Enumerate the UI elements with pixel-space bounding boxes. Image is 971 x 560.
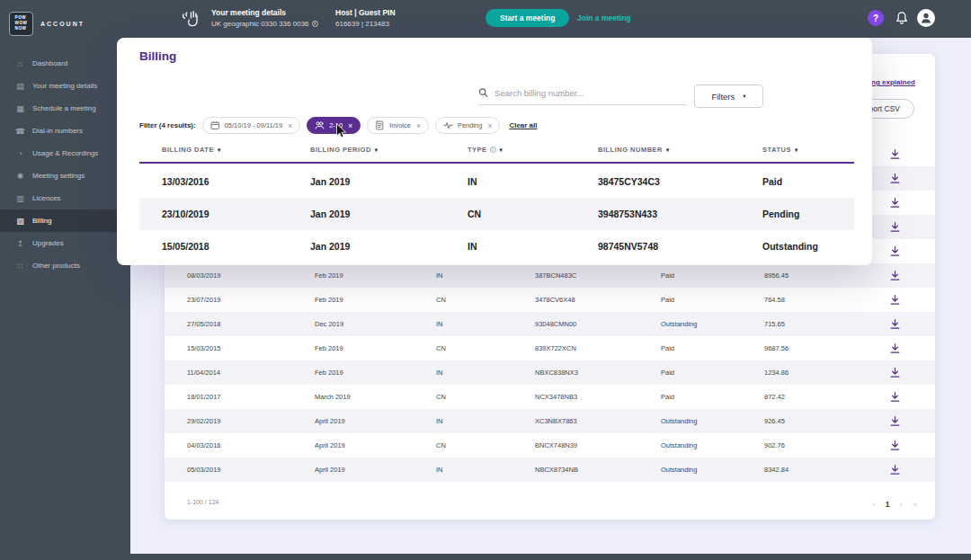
cell-billing-date: 05/03/2019 [187, 466, 315, 474]
cell-billing-number: NBCX8734NB [535, 466, 661, 474]
filter-chip-invoice[interactable]: Invoice × [367, 117, 429, 134]
cell-billing-period: Dec 2019 [315, 320, 436, 328]
cell-billing-date: 23/07/2019 [187, 296, 315, 304]
join-meeting-link[interactable]: Join a meeting [577, 13, 631, 22]
cell-billing-number: XC3NBX7863 [535, 417, 661, 425]
person-icon [919, 11, 933, 25]
cell-billing-number: NBXC838NX3 [535, 369, 661, 377]
column-header-type[interactable]: TYPEi▾ [468, 146, 598, 154]
cell-billing-date: 23/10/2019 [162, 209, 310, 219]
table-row: 11/04/2014Feb 2019INNBXC838NX3Paid1234.8… [165, 360, 935, 385]
download-icon[interactable] [889, 197, 901, 209]
last-page-button[interactable]: » [913, 499, 917, 509]
cell-amount: 764.58 [764, 296, 854, 304]
download-icon[interactable] [889, 245, 901, 257]
usage-icon: ◔ [15, 149, 25, 158]
sidebar-item-upgrades[interactable]: ↥Upgrades [0, 232, 130, 254]
clear-all-link[interactable]: Clear all [509, 121, 537, 129]
download-icon[interactable] [889, 294, 901, 306]
column-header-billing-date[interactable]: BILLING DATE▾ [162, 146, 310, 154]
cell-billing-number: BNCX748N39 [535, 441, 661, 449]
help-icon[interactable]: ? [868, 10, 884, 26]
info-icon[interactable]: i [490, 147, 496, 153]
sidebar-item-label: Usage & Recordings [32, 149, 98, 157]
download-icon[interactable] [889, 440, 901, 451]
cell-billing-date: 11/04/2014 [187, 369, 315, 377]
download-icon[interactable] [889, 464, 901, 476]
sidebar-item-billing[interactable]: ▧Billing [0, 209, 130, 232]
dashboard-icon: ⌂ [15, 59, 25, 68]
close-icon[interactable]: × [487, 121, 492, 130]
column-header-billing-period[interactable]: BILLING PERIOD▾ [310, 146, 468, 154]
column-header-status[interactable]: STATUS▾ [762, 146, 854, 154]
cell-status: Paid [661, 393, 764, 401]
download-icon[interactable] [889, 342, 901, 354]
download-icon[interactable] [889, 221, 901, 233]
column-label: BILLING DATE [162, 146, 214, 154]
prev-page-button[interactable]: ‹ [873, 499, 876, 509]
sidebar-item-dashboard[interactable]: ⌂Dashboard [0, 52, 130, 75]
filter-chip-pending[interactable]: Pending × [435, 117, 501, 134]
download-icon[interactable] [889, 270, 901, 281]
cell-billing-number: 38475CY34C3 [598, 176, 762, 187]
cell-status: Outstanding [661, 320, 764, 328]
topbar: Your meeting details UK geographic 0330 … [130, 0, 971, 38]
info-icon[interactable]: i [312, 21, 318, 27]
download-icon[interactable] [889, 415, 901, 427]
cell-status: Paid [661, 271, 764, 280]
pagination-range: 1-100 / 124 [187, 499, 218, 505]
filters-button[interactable]: Filters ▾ [694, 84, 763, 108]
sidebar-item-meeting-details[interactable]: ▤Your meeting details [0, 75, 130, 97]
sidebar-item-usage-recordings[interactable]: ◔Usage & Recordings [0, 142, 130, 164]
filter-chip-date-range[interactable]: 05/10/19 - 09/11/19 × [202, 117, 300, 134]
close-icon[interactable]: × [348, 121, 352, 130]
cell-billing-period: April 2019 [315, 466, 436, 474]
cell-billing-period: Feb 2019 [315, 369, 436, 377]
sidebar-item-dialin-numbers[interactable]: ☎Dial-in numbers [0, 120, 130, 142]
start-meeting-button[interactable]: Start a meeting [486, 9, 569, 27]
powwownow-logo: POW WOW NOW [9, 12, 33, 36]
sidebar-item-label: Dial-in numbers [32, 127, 83, 135]
people-icon [315, 120, 325, 130]
download-icon[interactable] [889, 148, 901, 160]
close-icon[interactable]: × [288, 121, 292, 130]
sidebar-item-other-products[interactable]: ∷Other products [0, 254, 130, 277]
search-input[interactable] [494, 88, 687, 98]
close-icon[interactable]: × [416, 121, 421, 130]
cell-amount: 715.65 [764, 320, 854, 328]
sidebar-item-schedule-meeting[interactable]: ▦Schedule a meeting [0, 97, 130, 120]
cell-billing-period: Feb 2019 [315, 271, 436, 280]
wave-hand-icon [182, 9, 201, 29]
current-page[interactable]: 1 [886, 500, 890, 509]
bell-icon[interactable] [894, 10, 910, 26]
sort-chevron-icon: ▾ [795, 147, 798, 153]
pin-summary: Host | Guest PIN 616639 | 213483 [335, 8, 396, 28]
download-icon[interactable] [889, 367, 901, 378]
cell-billing-number: 387BCN483C [535, 271, 661, 280]
brand: POW WOW NOW ACCOUNT [0, 0, 130, 40]
download-icon[interactable] [889, 318, 901, 330]
cell-type: CN [436, 344, 535, 352]
sort-chevron-icon: ▾ [375, 147, 379, 153]
sidebar: POW WOW NOW ACCOUNT ⌂Dashboard ▤Your mee… [0, 0, 130, 560]
table-row: 05/03/2019April 2019INNBCX8734NBOutstand… [165, 458, 935, 482]
next-page-button[interactable]: › [900, 499, 903, 509]
sort-chevron-icon: ▾ [218, 147, 221, 153]
sidebar-item-licences[interactable]: ▥Licences [0, 187, 130, 209]
download-icon[interactable] [889, 173, 901, 184]
column-header-billing-number[interactable]: BILLING NUMBER▾ [598, 146, 762, 154]
download-icon[interactable] [889, 391, 901, 403]
cell-amount: 872.42 [764, 393, 854, 401]
cell-amount: 9687.56 [764, 344, 854, 352]
filter-chip-participants[interactable]: 2-10 × [307, 117, 361, 134]
calendar-icon [210, 120, 220, 130]
gear-icon: ✱ [15, 172, 25, 181]
chip-label: Invoice [389, 121, 411, 129]
chip-label: 05/10/19 - 09/11/19 [225, 121, 283, 129]
chip-label: Pending [458, 121, 483, 129]
sidebar-item-meeting-settings[interactable]: ✱Meeting settings [0, 164, 130, 187]
table-row: 23/10/2019 Jan 2019 CN 3948753N433 Pendi… [139, 198, 854, 230]
cell-type: IN [436, 271, 535, 280]
avatar[interactable] [917, 9, 935, 27]
cell-billing-period: April 2019 [315, 441, 436, 449]
